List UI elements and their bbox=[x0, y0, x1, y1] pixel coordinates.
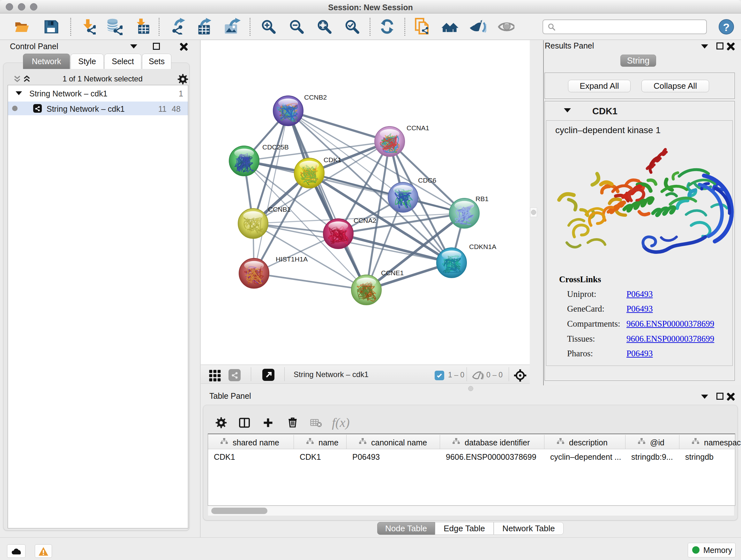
svg-text:CCNA2: CCNA2 bbox=[354, 217, 376, 224]
svg-text:RB1: RB1 bbox=[475, 195, 488, 202]
svg-text:CDC25B: CDC25B bbox=[262, 143, 289, 151]
svg-text:CDC6: CDC6 bbox=[418, 177, 436, 184]
svg-text:CDK1: CDK1 bbox=[324, 156, 341, 164]
svg-text:CCNB2: CCNB2 bbox=[304, 94, 327, 101]
svg-text:HIST1H1A: HIST1H1A bbox=[276, 255, 308, 263]
svg-text:CDKN1A: CDKN1A bbox=[469, 243, 496, 250]
svg-text:CCNA1: CCNA1 bbox=[407, 124, 429, 132]
svg-text:CCNB1: CCNB1 bbox=[268, 206, 291, 213]
svg-text:CCNE1: CCNE1 bbox=[381, 269, 404, 276]
